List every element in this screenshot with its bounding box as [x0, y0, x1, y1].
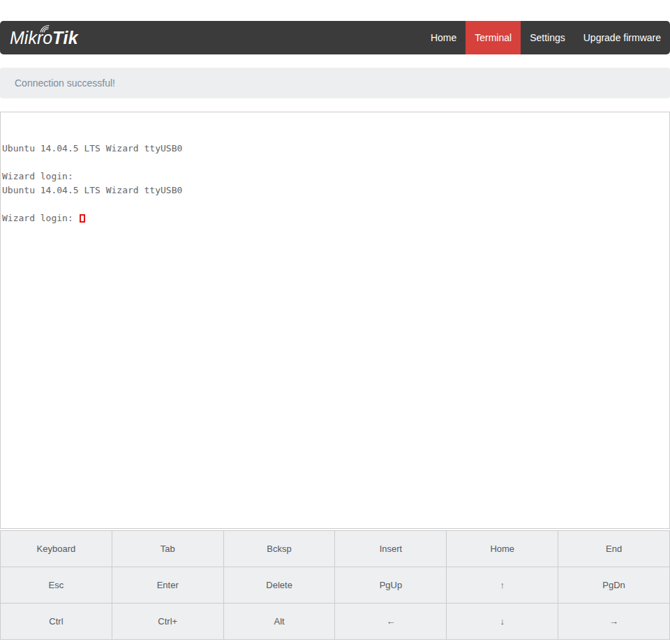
key-enter[interactable]: Enter	[112, 567, 224, 604]
key-delete[interactable]: Delete	[224, 567, 336, 604]
nav-item-home[interactable]: Home	[422, 21, 466, 54]
key-tab[interactable]: Tab	[112, 531, 224, 567]
key-pgup[interactable]: PgUp	[335, 567, 447, 604]
terminal-line: Wizard login:	[2, 211, 668, 225]
key-arrow-left[interactable]: ←	[335, 604, 447, 640]
key-keyboard[interactable]: Keyboard	[1, 531, 112, 567]
terminal-line: Ubuntu 14.04.5 LTS Wizard ttyUSB0	[2, 184, 668, 197]
key-end[interactable]: End	[558, 531, 670, 567]
key-pgdn[interactable]: PgDn	[558, 567, 670, 604]
key-arrow-right[interactable]: →	[558, 604, 670, 640]
key-ctrl[interactable]: Ctrl	[1, 604, 112, 640]
page: MikroTik Home Terminal Settings Upgrade …	[0, 0, 670, 640]
virtual-keyboard: Keyboard Tab Bcksp Insert Home End Esc E…	[0, 530, 670, 640]
radio-waves-icon	[39, 24, 50, 33]
mikrotik-logo: MikroTik	[0, 21, 78, 54]
key-esc[interactable]: Esc	[1, 567, 112, 604]
terminal-line	[2, 156, 668, 170]
connection-alert-message: Connection successful!	[15, 77, 115, 89]
nav-items: Home Terminal Settings Upgrade firmware	[422, 21, 670, 54]
nav-item-terminal[interactable]: Terminal	[466, 21, 521, 54]
nav-item-upgrade-firmware[interactable]: Upgrade firmware	[574, 21, 670, 54]
terminal-output[interactable]: Ubuntu 14.04.5 LTS Wizard ttyUSB0 Wizard…	[0, 112, 670, 529]
terminal-prompt: Wizard login:	[2, 213, 79, 223]
key-arrow-up[interactable]: ↑	[447, 567, 558, 604]
terminal-cursor	[80, 214, 85, 223]
key-bcksp[interactable]: Bcksp	[224, 531, 336, 567]
mikrotik-logo-tik: Tik	[52, 21, 78, 54]
key-alt[interactable]: Alt	[224, 604, 336, 640]
terminal-line: Wizard login:	[2, 170, 668, 184]
terminal-line	[2, 197, 668, 211]
key-arrow-down[interactable]: ↓	[447, 604, 558, 640]
terminal-line: Ubuntu 14.04.5 LTS Wizard ttyUSB0	[2, 142, 668, 156]
navbar: MikroTik Home Terminal Settings Upgrade …	[0, 21, 670, 54]
key-home[interactable]: Home	[447, 531, 558, 567]
key-insert[interactable]: Insert	[335, 531, 447, 567]
key-ctrl-plus[interactable]: Ctrl+	[112, 604, 224, 640]
nav-item-settings[interactable]: Settings	[521, 21, 574, 54]
connection-alert: Connection successful!	[0, 68, 670, 98]
